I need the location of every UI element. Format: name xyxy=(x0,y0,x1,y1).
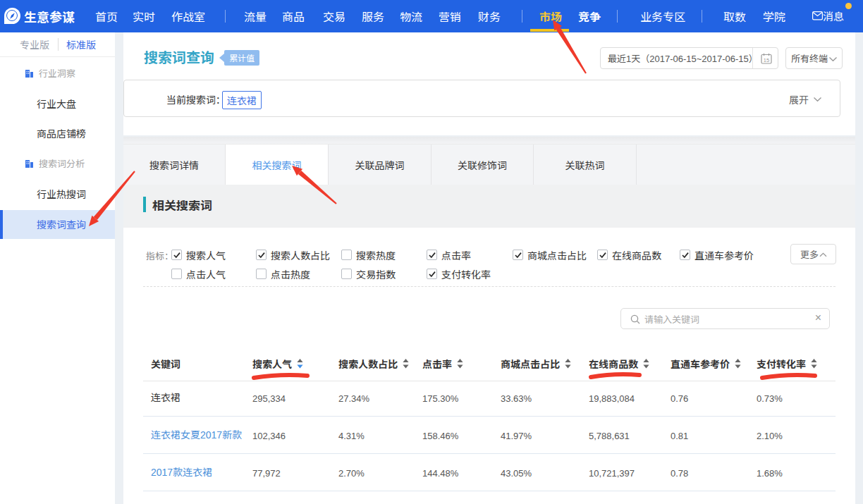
svg-text:15: 15 xyxy=(764,57,769,63)
